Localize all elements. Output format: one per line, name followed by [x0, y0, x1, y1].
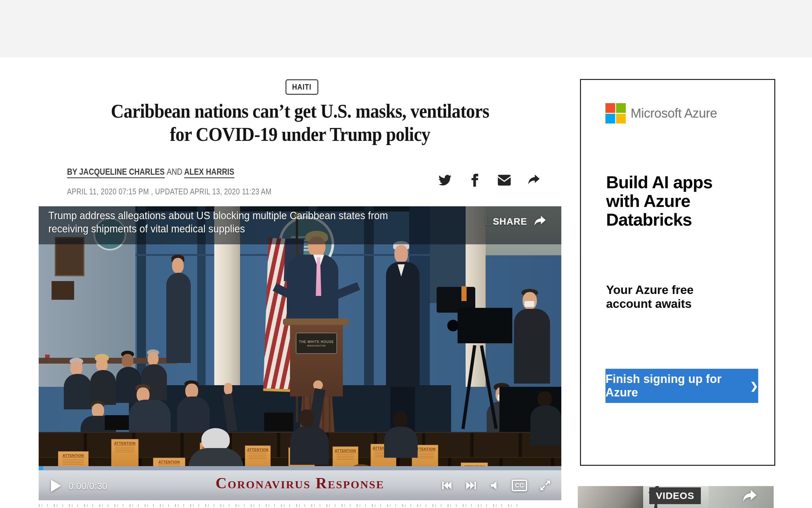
- skip-forward-icon: [465, 480, 478, 491]
- video-caption-line1: Trump address allegations about US block…: [48, 209, 388, 222]
- videos-share-arrow-icon: [741, 489, 758, 505]
- microsoft-logo: [605, 103, 626, 123]
- cc-icon: CC: [512, 480, 527, 491]
- video-time-display: 0:00/0:30: [68, 481, 107, 492]
- play-button[interactable]: [51, 480, 61, 492]
- video-caption-line2: receiving shipments of vital medical sup…: [48, 222, 245, 235]
- section-tag-haiti[interactable]: HAITI: [285, 79, 318, 95]
- section-tag-label: HAITI: [292, 83, 312, 91]
- video-controls-right: CC: [440, 479, 552, 492]
- chevron-right-icon: ❯: [750, 380, 758, 392]
- share-button[interactable]: [527, 173, 541, 187]
- wall-plaque-small: [52, 281, 74, 300]
- twitter-icon: [438, 174, 452, 186]
- ad-cta-label: Finish signing up for Azure: [605, 372, 745, 399]
- video-progress-played: [39, 466, 43, 470]
- azure-ad[interactable]: Microsoft Azure Build AI apps with Azure…: [580, 79, 775, 466]
- video-player[interactable]: THE WHITE HOUSE WASHINGTON: [39, 206, 561, 500]
- video-thumbnail[interactable]: [709, 486, 774, 508]
- social-share-bar: [438, 173, 541, 187]
- facebook-icon: [468, 173, 481, 187]
- closed-captions-button[interactable]: CC: [512, 480, 527, 491]
- author-link-2[interactable]: ALEX HARRIS: [184, 167, 234, 178]
- email-icon: [497, 174, 511, 186]
- fullscreen-button[interactable]: [539, 479, 552, 492]
- top-ad-banner: [0, 0, 812, 57]
- video-share-button[interactable]: SHARE: [493, 215, 548, 228]
- byline-conjunction: AND: [167, 167, 182, 177]
- headline-line-1: Caribbean nations can’t get U.S. masks, …: [65, 99, 535, 123]
- headline-line-2: for COVID-19 under Trump policy: [65, 123, 535, 146]
- ad-subheadline: Your Azure free account awaits: [606, 283, 741, 311]
- videos-section-badge: VIDEOS: [649, 488, 701, 504]
- page: HAITI Caribbean nations can’t get U.S. m…: [0, 0, 812, 508]
- skip-forward-button[interactable]: [465, 480, 478, 491]
- podium-plaque-line2: WASHINGTON: [307, 345, 326, 347]
- ad-cta-button[interactable]: Finish signing up for Azure ❯: [605, 369, 758, 403]
- facebook-share-button[interactable]: [467, 173, 482, 187]
- twitter-share-button[interactable]: [438, 173, 452, 187]
- email-share-button[interactable]: [497, 173, 512, 187]
- clipped-article-text: [39, 504, 523, 507]
- volume-icon: [489, 480, 500, 491]
- podium-plaque-line1: THE WHITE HOUSE: [299, 340, 334, 344]
- skip-back-button[interactable]: [440, 480, 453, 491]
- byline: BY JACQUELINE CHARLES AND ALEX HARRIS: [67, 167, 234, 177]
- videos-share-button[interactable]: [741, 489, 758, 506]
- video-share-label: SHARE: [493, 216, 527, 227]
- dateline: APRIL 11, 2020 07:15 PM , UPDATED APRIL …: [67, 187, 272, 196]
- ad-brand-label: Microsoft Azure: [631, 103, 717, 123]
- video-thumbnail[interactable]: [578, 486, 643, 508]
- share-arrow-icon: [527, 173, 541, 187]
- author-link-1[interactable]: BY JACQUELINE CHARLES: [67, 167, 165, 178]
- video-share-arrow-icon: [532, 215, 548, 228]
- ad-headline: Build AI apps with Azure Databricks: [606, 173, 764, 229]
- videos-section-label: VIDEOS: [656, 490, 694, 501]
- video-caption-overlay: Trump address allegations about US block…: [39, 206, 561, 244]
- fullscreen-icon: [539, 479, 552, 492]
- page-title: Caribbean nations can’t get U.S. masks, …: [39, 99, 561, 146]
- attention-paper: ATTENTION: [111, 439, 139, 469]
- videos-thumbnail-strip[interactable]: VIDEOS: [578, 486, 774, 508]
- skip-back-icon: [440, 480, 453, 491]
- video-progress-bar[interactable]: [39, 466, 561, 470]
- volume-button[interactable]: [489, 480, 500, 491]
